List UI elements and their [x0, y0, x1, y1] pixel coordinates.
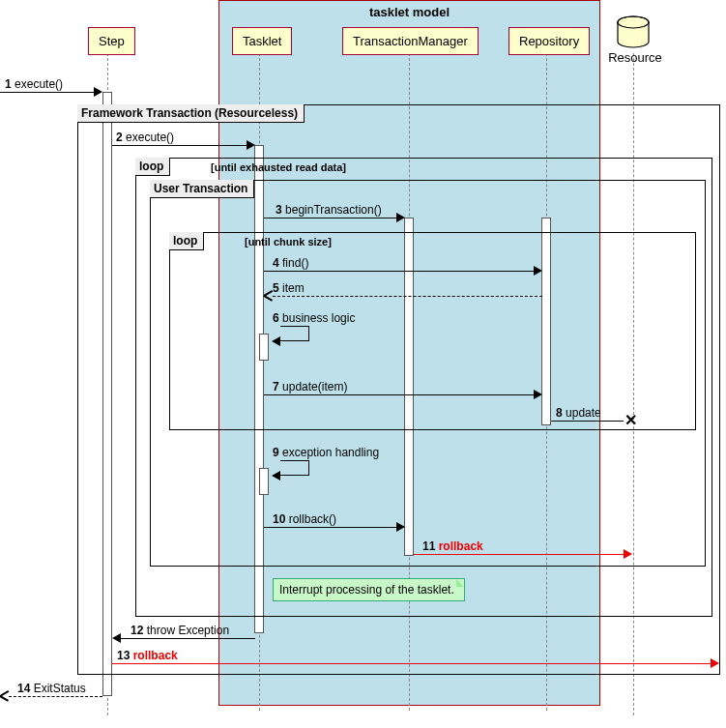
participant-txmanager: TransactionManager	[342, 27, 479, 55]
participant-tasklet-label: Tasklet	[243, 34, 281, 48]
msg-13-arrowhead	[711, 658, 719, 668]
frame-user-tx-label: User Transaction	[150, 180, 254, 198]
participant-step-label: Step	[99, 34, 125, 48]
participant-tasklet: Tasklet	[232, 27, 292, 55]
msg-11-label: 11 rollback	[422, 539, 483, 553]
frame-loop2-label: loop	[169, 232, 204, 250]
msg-8-label: 8 update	[556, 406, 601, 420]
msg-11-arrowhead	[624, 549, 632, 559]
msg-4-label: 4 find()	[273, 256, 308, 270]
msg-10-arrowhead	[396, 522, 405, 532]
msg-12-arrowhead	[112, 633, 121, 643]
msg-2-arrow	[112, 145, 247, 146]
frame-loop1-label: loop	[135, 158, 170, 176]
msg-3-label: 3 beginTransaction()	[276, 203, 382, 217]
frame-loop2-cond: [until chunk size]	[245, 236, 332, 248]
msg-12-arrow	[121, 638, 255, 639]
msg-1-arrow	[0, 92, 95, 93]
msg-2-label: 2 execute()	[116, 131, 174, 144]
frame-loop1-cond: [until exhausted read data]	[211, 161, 346, 173]
frame-loop2	[169, 232, 696, 430]
msg-8-arrow	[551, 421, 624, 422]
msg-13-arrow	[112, 663, 711, 664]
msg-3-arrowhead	[396, 213, 405, 222]
msg-10-label: 10 rollback()	[273, 512, 336, 526]
msg-6-label: 6 business logic	[273, 311, 355, 325]
msg-10-arrow	[264, 527, 397, 528]
participant-repository-label: Repository	[519, 34, 579, 48]
participant-resource-label: Resource	[601, 50, 669, 65]
msg-14-label: 14 ExitStatus	[17, 682, 86, 695]
msg-11-arrow	[414, 554, 624, 555]
msg-5-arrowhead	[264, 291, 273, 301]
participant-repository: Repository	[508, 27, 590, 55]
msg-6-arrowhead	[272, 336, 280, 346]
msg-9-selfcall	[280, 460, 309, 476]
group-title: tasklet model	[219, 5, 599, 19]
msg-9-arrowhead	[272, 471, 280, 480]
msg-8-x: ✕	[624, 411, 637, 429]
msg-6-selfcall	[280, 326, 309, 341]
msg-12-label: 12 throw Exception	[131, 624, 229, 637]
msg-4-arrowhead	[534, 266, 542, 276]
msg-2-arrowhead	[247, 140, 255, 150]
msg-7-arrow	[264, 394, 535, 395]
msg-3-arrow	[264, 218, 397, 218]
msg-5-label: 5 item	[273, 281, 305, 295]
msg-7-arrowhead	[534, 390, 542, 399]
note-interrupt: Interrupt processing of the tasklet.	[273, 578, 465, 601]
note-text: Interrupt processing of the tasklet.	[279, 583, 454, 597]
frame-fw-tx-label: Framework Transaction (Resourceless)	[77, 104, 305, 123]
participant-txmanager-label: TransactionManager	[353, 34, 468, 48]
msg-5-arrow	[273, 296, 542, 297]
msg-14-arrow	[9, 696, 102, 697]
database-icon	[615, 15, 653, 53]
msg-13-label: 13 rollback	[117, 649, 178, 662]
msg-1-label: 1 execute()	[5, 77, 63, 91]
sequence-diagram: tasklet model Step Tasklet TransactionMa…	[0, 0, 726, 728]
participant-step: Step	[88, 27, 135, 55]
msg-14-arrowhead	[0, 691, 9, 701]
msg-1-arrowhead	[94, 87, 102, 97]
msg-7-label: 7 update(item)	[273, 380, 347, 393]
msg-4-arrow	[264, 271, 535, 272]
msg-9-label: 9 exception handling	[273, 446, 379, 459]
